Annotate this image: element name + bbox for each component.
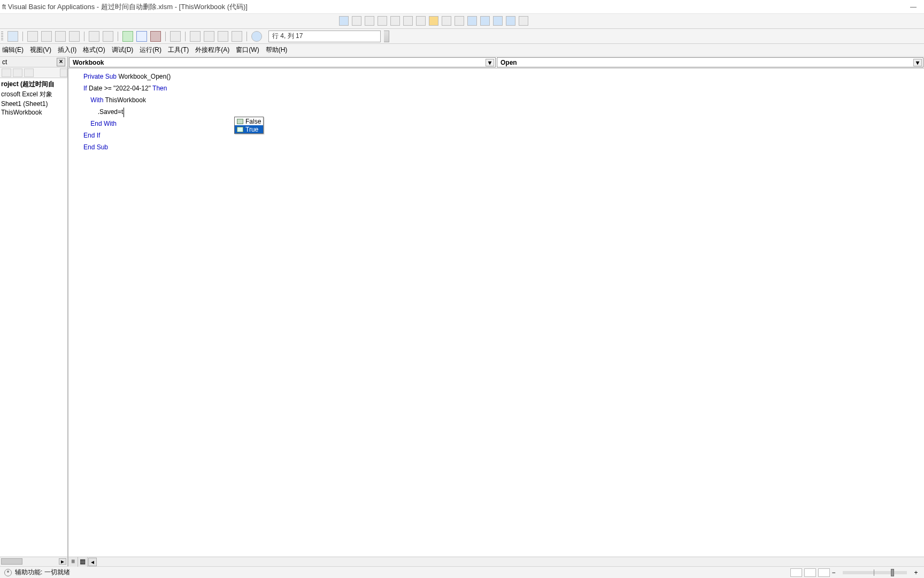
tool-icon[interactable] xyxy=(365,16,374,26)
tree-folder-excel-objects[interactable]: crosoft Excel 对象 xyxy=(0,89,67,100)
undo-icon[interactable] xyxy=(89,31,99,42)
properties-icon[interactable] xyxy=(204,31,214,42)
code-editor[interactable]: Private Sub Workbook_Open() If Date >= "… xyxy=(68,69,924,557)
object-dropdown[interactable]: Workbook ▾ xyxy=(69,57,496,67)
accessibility-icon[interactable] xyxy=(4,569,12,576)
indent-icon[interactable] xyxy=(416,16,426,26)
design-mode-icon[interactable] xyxy=(170,31,181,42)
window-controls: — xyxy=(910,3,924,11)
code-bottom-bar: ≡ ▦ ◂ xyxy=(68,557,924,566)
tool-icon[interactable] xyxy=(390,16,400,26)
menu-debug[interactable]: 调试(D) xyxy=(112,45,134,55)
view-code-icon[interactable] xyxy=(2,69,11,77)
bookmark-icon[interactable] xyxy=(467,16,477,26)
tool-icon[interactable] xyxy=(442,16,451,26)
toolbar-grip[interactable] xyxy=(1,32,3,41)
project-explorer-icon[interactable] xyxy=(190,31,201,42)
copy-icon[interactable] xyxy=(41,31,52,42)
break-icon[interactable] xyxy=(136,31,147,42)
project-explorer: ct × roject (超过时间自 crosoft Excel 对象 Shee… xyxy=(0,57,68,566)
code-pane: Workbook ▾ Open ▾ Private Sub Workbook_O… xyxy=(68,57,924,566)
text-caret xyxy=(124,108,124,117)
bookmark-next-icon[interactable] xyxy=(480,16,490,26)
outdent-icon[interactable] xyxy=(403,16,413,26)
constant-icon xyxy=(237,127,243,132)
view-normal-icon[interactable] xyxy=(790,568,802,577)
object-browser-icon[interactable] xyxy=(218,31,228,42)
menu-tools[interactable]: 工具(T) xyxy=(168,45,189,55)
title-bar: ft Visual Basic for Applications - 超过时间自… xyxy=(0,0,924,14)
tree-item-sheet1[interactable]: Sheet1 (Sheet1) xyxy=(0,100,67,108)
paste-icon[interactable] xyxy=(55,31,66,42)
procedure-dropdown[interactable]: Open ▾ xyxy=(497,57,923,67)
minimize-button[interactable]: — xyxy=(910,3,917,11)
object-dropdown-value: Workbook xyxy=(73,59,104,66)
run-icon[interactable] xyxy=(122,31,133,42)
project-tree[interactable]: roject (超过时间自 crosoft Excel 对象 Sheet1 (S… xyxy=(0,78,67,557)
zoom-out-icon[interactable]: − xyxy=(830,569,837,576)
breakpoint-icon[interactable] xyxy=(429,16,438,26)
zoom-in-icon[interactable]: + xyxy=(912,569,920,576)
zoom-slider[interactable] xyxy=(843,571,907,574)
tree-project[interactable]: roject (超过时间自 xyxy=(0,79,67,89)
cut-icon[interactable] xyxy=(27,31,38,42)
menu-format[interactable]: 格式(O) xyxy=(83,45,105,55)
find-icon[interactable] xyxy=(69,31,80,42)
tool-icon[interactable] xyxy=(378,16,387,26)
tree-item-thisworkbook[interactable]: ThisWorkbook xyxy=(0,108,67,117)
view-page-layout-icon[interactable] xyxy=(804,568,816,577)
menu-addins[interactable]: 外接程序(A) xyxy=(195,45,229,55)
view-object-icon[interactable] xyxy=(13,69,22,77)
redo-icon[interactable] xyxy=(103,31,113,42)
intellisense-item-label: True xyxy=(245,124,258,135)
toolbar-options-icon[interactable] xyxy=(384,31,389,42)
cursor-position: 行 4, 列 17 xyxy=(268,31,381,42)
toolbox-icon[interactable] xyxy=(232,31,242,42)
status-text: 辅助功能: 一切就绪 xyxy=(15,568,70,577)
view-page-break-icon[interactable] xyxy=(818,568,830,577)
tool-icon[interactable] xyxy=(455,16,464,26)
toggle-folders-icon[interactable] xyxy=(24,69,34,77)
menu-edit[interactable]: 编辑(E) xyxy=(2,45,24,55)
window-title: ft Visual Basic for Applications - 超过时间自… xyxy=(2,2,910,12)
scroll-left-icon[interactable]: ◂ xyxy=(88,558,97,566)
menu-run[interactable]: 运行(R) xyxy=(140,45,161,55)
format-toolbar xyxy=(0,14,924,29)
save-icon[interactable] xyxy=(7,31,18,42)
tool-icon[interactable] xyxy=(352,16,361,26)
project-explorer-title: ct × xyxy=(0,57,67,67)
procedure-view-icon[interactable]: ≡ xyxy=(68,557,78,567)
standard-toolbar: 行 4, 列 17 xyxy=(0,29,924,44)
status-bar: 辅助功能: 一切就绪 − + xyxy=(0,566,924,578)
constant-icon xyxy=(237,119,243,124)
toolbar-options-icon[interactable] xyxy=(519,16,528,26)
cursor-position-text: 行 4, 列 17 xyxy=(272,32,303,41)
menu-help[interactable]: 帮助(H) xyxy=(266,45,288,55)
scroll-right-icon[interactable]: ▸ xyxy=(59,558,66,565)
menu-bar: 编辑(E) 视图(V) 插入(I) 格式(O) 调试(D) 运行(R) 工具(T… xyxy=(0,44,924,57)
chevron-down-icon[interactable]: ▾ xyxy=(913,59,922,66)
project-explorer-title-text: ct xyxy=(2,58,7,66)
menu-window[interactable]: 窗口(W) xyxy=(236,45,259,55)
procedure-dropdown-value: Open xyxy=(500,59,517,66)
menu-insert[interactable]: 插入(I) xyxy=(58,45,76,55)
chevron-down-icon[interactable]: ▾ xyxy=(486,59,494,66)
tool-icon[interactable] xyxy=(339,16,349,26)
intellisense-popup[interactable]: False True xyxy=(234,117,264,134)
scrollbar-thumb[interactable] xyxy=(1,558,22,565)
project-hscrollbar[interactable]: ▸ xyxy=(0,557,67,566)
reset-icon[interactable] xyxy=(150,31,161,42)
close-icon[interactable]: × xyxy=(57,58,65,66)
help-icon[interactable] xyxy=(251,31,262,42)
scroll-down-icon[interactable] xyxy=(60,69,67,77)
bookmark-prev-icon[interactable] xyxy=(493,16,503,26)
zoom-slider-handle[interactable] xyxy=(891,569,894,576)
full-module-view-icon[interactable]: ▦ xyxy=(78,557,88,567)
project-explorer-toolbar xyxy=(0,67,67,78)
bookmark-clear-icon[interactable] xyxy=(506,16,515,26)
menu-view[interactable]: 视图(V) xyxy=(30,45,51,55)
